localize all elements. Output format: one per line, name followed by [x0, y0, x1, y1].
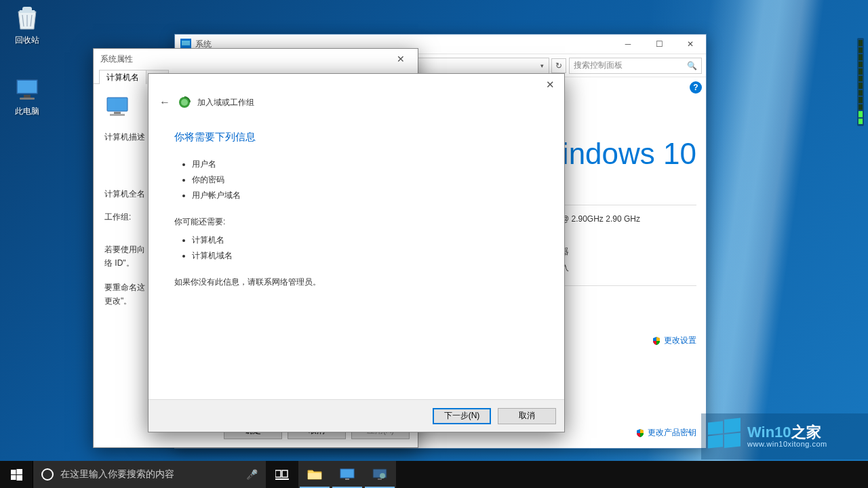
wizard-note: 如果你没有此信息，请联系网络管理员。	[174, 275, 538, 289]
this-pc-icon	[13, 75, 41, 103]
change-product-key-link[interactable]: 更改产品密钥	[635, 427, 696, 439]
svg-rect-2	[24, 95, 31, 98]
desktop-icon-this-pc[interactable]: 此电脑	[3, 75, 51, 117]
back-button[interactable]: ←	[158, 96, 172, 109]
close-button[interactable]: ✕	[540, 77, 560, 93]
task-view-button[interactable]	[266, 461, 298, 488]
start-button[interactable]	[0, 461, 33, 488]
svg-rect-22	[345, 479, 349, 480]
next-button[interactable]: 下一步(N)	[433, 408, 491, 424]
taskbar-search[interactable]: 在这里输入你要搜索的内容 🎤	[33, 461, 266, 488]
list-item: 计算机名	[192, 233, 538, 247]
watermark-url: www.win10xitong.com	[747, 440, 827, 448]
wizard-header: ← 加入域或工作组	[149, 96, 564, 117]
desktop-icon-label: 此电脑	[15, 106, 39, 116]
address-dropdown-icon[interactable]: ▾	[536, 59, 547, 73]
list-item: 你的密码	[192, 173, 538, 187]
svg-rect-9	[708, 421, 723, 434]
close-button[interactable]: ✕	[391, 52, 411, 66]
wizard-icon	[178, 96, 191, 108]
dialog-titlebar[interactable]: 系统属性 ✕	[94, 49, 418, 69]
recycle-bin-icon	[13, 3, 41, 32]
list-item: 用户名	[192, 157, 538, 171]
search-placeholder: 在这里输入你要搜索的内容	[60, 468, 174, 481]
svg-rect-21	[340, 469, 354, 478]
computer-icon	[104, 95, 134, 119]
system-info-panel: @ 2.90GHz 2.90 GHz 器 入	[561, 199, 696, 291]
svg-rect-3	[20, 98, 35, 100]
computer-description-label: 计算机描述	[104, 130, 145, 144]
svg-rect-10	[724, 418, 741, 434]
svg-rect-5	[114, 112, 121, 114]
microphone-icon[interactable]: 🎤	[246, 469, 258, 480]
maybe-need-label: 你可能还需要:	[174, 215, 538, 229]
cortana-icon	[41, 468, 54, 481]
desktop-icons: 回收站 此电脑	[3, 3, 51, 117]
dialog-title: 系统属性	[100, 54, 133, 65]
svg-rect-14	[16, 469, 22, 474]
windows-brand-text: indows 10	[562, 137, 696, 171]
svg-rect-4	[107, 98, 127, 111]
shield-icon	[652, 336, 661, 346]
svg-rect-6	[110, 114, 125, 116]
minimize-button[interactable]: ─	[612, 35, 644, 54]
svg-rect-18	[282, 470, 288, 477]
svg-rect-19	[275, 479, 289, 480]
svg-rect-16	[16, 475, 22, 481]
refresh-button[interactable]: ↻	[551, 58, 566, 73]
taskbar-app-system[interactable]	[331, 461, 363, 488]
search-placeholder: 搜索控制面板	[574, 60, 623, 71]
win10-logo-icon	[705, 418, 743, 455]
optional-info-list: 计算机名 计算机域名	[174, 233, 538, 263]
tab-computer-name[interactable]: 计算机名	[99, 70, 146, 84]
maximize-button[interactable]: ☐	[644, 35, 675, 54]
close-button[interactable]: ✕	[675, 35, 706, 54]
change-settings-link[interactable]: 更改设置	[652, 335, 696, 346]
list-item: 用户帐户域名	[192, 188, 538, 203]
taskbar: 在这里输入你要搜索的内容 🎤	[0, 461, 868, 488]
help-icon[interactable]: ?	[690, 81, 702, 94]
computer-fullname-label: 计算机全名	[104, 187, 145, 201]
text-fragment: 器	[561, 243, 696, 260]
cancel-button[interactable]: 取消	[498, 408, 556, 424]
svg-point-24	[380, 473, 385, 479]
wizard-title: 加入域或工作组	[197, 97, 254, 108]
cpu-info: @ 2.90GHz 2.90 GHz	[561, 211, 696, 227]
workgroup-label: 工作组:	[104, 210, 131, 224]
wizard-heading: 你将需要下列信息	[174, 129, 538, 144]
search-icon: 🔍	[687, 61, 697, 70]
desktop-icon-label: 回收站	[15, 35, 39, 45]
search-input[interactable]: 搜索控制面板 🔍	[569, 58, 702, 74]
join-domain-wizard: ✕ ← 加入域或工作组 你将需要下列信息 用户名 你的密码 用户帐户域名 你可能…	[148, 73, 565, 432]
watermark-title: Win10之家	[747, 425, 827, 440]
svg-point-8	[181, 99, 188, 106]
taskbar-app-file-explorer[interactable]	[298, 461, 331, 488]
list-item: 计算机域名	[192, 249, 538, 263]
text-fragment: 入	[561, 260, 696, 276]
shield-icon	[635, 428, 645, 438]
required-info-list: 用户名 你的密码 用户帐户域名	[174, 157, 538, 203]
svg-rect-17	[275, 470, 281, 477]
svg-rect-1	[18, 81, 37, 93]
svg-rect-20	[308, 473, 321, 479]
watermark-logo: Win10之家 www.win10xitong.com	[701, 413, 868, 460]
wizard-footer: 下一步(N) 取消	[149, 399, 564, 432]
volume-meter-widget[interactable]	[857, 38, 864, 126]
svg-rect-12	[724, 433, 741, 449]
taskbar-app-properties[interactable]	[363, 461, 396, 488]
svg-rect-25	[378, 479, 382, 480]
desktop-icon-recycle-bin[interactable]: 回收站	[3, 3, 51, 46]
svg-rect-13	[11, 470, 16, 474]
svg-rect-11	[708, 434, 723, 448]
wizard-body: 你将需要下列信息 用户名 你的密码 用户帐户域名 你可能还需要: 计算机名 计算…	[149, 117, 564, 399]
svg-rect-15	[11, 475, 16, 480]
